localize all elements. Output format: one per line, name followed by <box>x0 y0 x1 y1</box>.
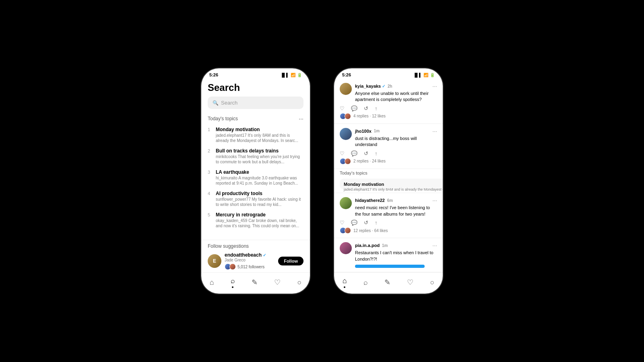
comment-action-hidaya[interactable]: 💬 <box>351 220 357 226</box>
avatar-pia <box>340 242 352 254</box>
topic-title-2: Bull on tracks delays trains <box>216 148 303 154</box>
status-time: 5:26 <box>209 72 218 77</box>
feed-nav-compose[interactable]: ✎ <box>384 278 390 287</box>
bookmark-action-hidaya[interactable]: ↑ <box>375 220 378 226</box>
mini-av-hidaya-2 <box>345 227 351 234</box>
status-icons: ▐▌▌ 📶 🔋 <box>281 73 302 77</box>
avatar-kyia <box>340 83 352 95</box>
follow-section: Follow suggestions E endoatthebeach ✓ Ja… <box>201 240 310 272</box>
follow-info: endoatthebeach ✓ Jade Greco 5,012 follow… <box>225 252 275 270</box>
follow-item: E endoatthebeach ✓ Jade Greco 5,012 foll… <box>208 252 303 270</box>
home-icon: ⌂ <box>210 278 214 287</box>
verified-kyia: ✓ <box>382 84 385 88</box>
battery-icon: 🔋 <box>297 73 302 77</box>
topic-title-3: LA earthquake <box>216 169 303 175</box>
post-header-kyia: kyia_kayaks ✓ 2h ··· Anyone else unable … <box>340 83 437 103</box>
more-pia[interactable]: ··· <box>432 242 437 249</box>
mini-avatars-kyia <box>340 113 351 119</box>
topic-title-5: Mercury in retrograde <box>216 212 303 218</box>
heart-action-kyia[interactable]: ♡ <box>340 105 345 111</box>
follow-name: endoatthebeach ✓ <box>225 252 275 258</box>
topic-desc-4: sunflower_power77 My favorite AI hack: u… <box>216 197 303 207</box>
follow-button[interactable]: Follow <box>278 257 303 265</box>
post-kyia: kyia_kayaks ✓ 2h ··· Anyone else unable … <box>334 79 443 124</box>
user-row-kyia: kyia_kayaks ✓ 2h ··· <box>355 83 437 89</box>
post-text-pia: Restaurants I can't miss when I travel t… <box>355 250 437 262</box>
search-bar[interactable]: 🔍 Search <box>208 97 303 109</box>
topic-item-3[interactable]: 3 LA earthquake hi_kimuraito A magnitude… <box>201 167 310 188</box>
nav-compose[interactable]: ✎ <box>252 278 258 287</box>
topic-item-4[interactable]: 4 AI productivity tools sunflower_power7… <box>201 188 310 210</box>
feed-phone: 5:26 ▐▌▌ 📶 🔋 kyia_kayaks ✓ 2h ··· <box>334 68 443 294</box>
username-text-jho: jho100x <box>355 129 372 134</box>
blue-bar-pia <box>355 265 425 268</box>
stats-row-hidaya: 12 replies · 64 likes <box>340 227 437 234</box>
bookmark-action-jho[interactable]: ↑ <box>375 150 378 156</box>
mini-avatars-hidaya <box>340 227 351 234</box>
feed-nav-search[interactable]: ⌕ <box>363 278 368 287</box>
verified-icon: ✓ <box>263 253 266 257</box>
post-header-hidaya: hidayathere22 6m ··· need music recs! I'… <box>340 197 437 217</box>
repost-action-jho[interactable]: ↺ <box>364 150 368 156</box>
status-time-feed: 5:26 <box>342 72 351 77</box>
status-bar-search: 5:26 ▐▌▌ 📶 🔋 <box>201 68 310 79</box>
post-text-hidaya: need music recs! I've been listening to … <box>355 205 437 217</box>
signal-icon: ▐▌▌ <box>281 73 289 77</box>
user-row-hidaya: hidayathere22 6m ··· <box>355 197 437 204</box>
topic-card-monday[interactable]: Monday motivation jaded.elephant17 It's … <box>340 179 443 190</box>
compose-icon-feed: ✎ <box>384 278 390 287</box>
feed-nav-heart[interactable]: ♡ <box>407 278 413 287</box>
search-phone-content: Search 🔍 Search Today's topics ··· 1 Mon… <box>201 79 310 294</box>
comment-action-kyia[interactable]: 💬 <box>351 105 357 111</box>
stat-text-hidaya: 12 replies · 64 likes <box>353 228 388 233</box>
post-actions-kyia: ♡ 💬 ↺ ↑ <box>340 105 437 111</box>
profile-icon-feed: ○ <box>430 278 435 287</box>
topics-label: Today's topics <box>208 116 238 121</box>
post-meta-hidaya: hidayathere22 6m ··· need music recs! I'… <box>355 197 437 217</box>
more-jho[interactable]: ··· <box>432 128 437 134</box>
username-text-pia: pia.in.a.pod <box>355 243 380 248</box>
topics-header: Today's topics ··· <box>201 114 310 124</box>
feed-nav-profile[interactable]: ○ <box>430 278 435 287</box>
more-kyia[interactable]: ··· <box>432 83 437 89</box>
bookmark-action-kyia[interactable]: ↑ <box>375 105 378 111</box>
stats-row-jho: 2 replies · 24 likes <box>340 158 437 165</box>
nav-search[interactable]: ⌕ <box>231 277 235 288</box>
heart-action-jho[interactable]: ♡ <box>340 150 345 156</box>
search-title: Search <box>201 79 310 97</box>
nav-home[interactable]: ⌂ <box>210 278 214 287</box>
feed-topics-label: Today's topics <box>334 169 443 175</box>
user-row-jho: jho100x 1m ··· <box>355 128 437 134</box>
topic-title-1: Monday motivation <box>216 127 303 132</box>
nav-heart[interactable]: ♡ <box>274 278 281 287</box>
topic-item-2[interactable]: 2 Bull on tracks delays trains mirikitco… <box>201 146 310 167</box>
battery-icon-feed: 🔋 <box>430 73 435 77</box>
topic-desc-1: jaded.elephant17 It's only 8AM and this … <box>216 133 303 143</box>
time-hidaya: 6m <box>386 198 393 203</box>
bottom-nav-feed: ⌂ ⌕ ✎ ♡ ○ <box>334 272 443 294</box>
topics-cards-row: Monday motivation jaded.elephant17 It's … <box>334 175 443 193</box>
repost-action-kyia[interactable]: ↺ <box>364 105 368 111</box>
signal-icon-feed: ▐▌▌ <box>413 73 422 77</box>
topics-more-icon[interactable]: ··· <box>299 115 303 122</box>
post-meta-pia: pia.in.a.pod 1m ··· Restaurants I can't … <box>355 242 437 268</box>
topic-title-4: AI productivity tools <box>216 191 303 196</box>
nav-profile[interactable]: ○ <box>297 278 302 287</box>
topic-item-1[interactable]: 1 Monday motivation jaded.elephant17 It'… <box>201 124 310 146</box>
comment-action-jho[interactable]: 💬 <box>351 150 357 156</box>
search-icon-feed: ⌕ <box>363 278 368 287</box>
topic-item-5[interactable]: 5 Mercury in retrograde okay_kaiden_459 … <box>201 210 310 231</box>
heart-icon-feed: ♡ <box>407 278 413 287</box>
mini-av-jho-2 <box>345 158 351 165</box>
stat-text-jho: 2 replies · 24 likes <box>353 159 386 163</box>
heart-icon: ♡ <box>274 278 281 287</box>
more-hidaya[interactable]: ··· <box>432 197 437 204</box>
post-actions-jho: ♡ 💬 ↺ ↑ <box>340 150 437 156</box>
time-kyia: 2h <box>386 84 392 88</box>
username-jho: jho100x 1m <box>355 129 380 134</box>
feed-nav-home[interactable]: ⌂ <box>343 277 347 288</box>
search-nav-icon: ⌕ <box>231 277 235 285</box>
heart-action-hidaya[interactable]: ♡ <box>340 220 345 226</box>
topic-desc-5: okay_kaiden_459 Car broke down, rail bro… <box>216 218 303 228</box>
repost-action-hidaya[interactable]: ↺ <box>364 220 368 226</box>
